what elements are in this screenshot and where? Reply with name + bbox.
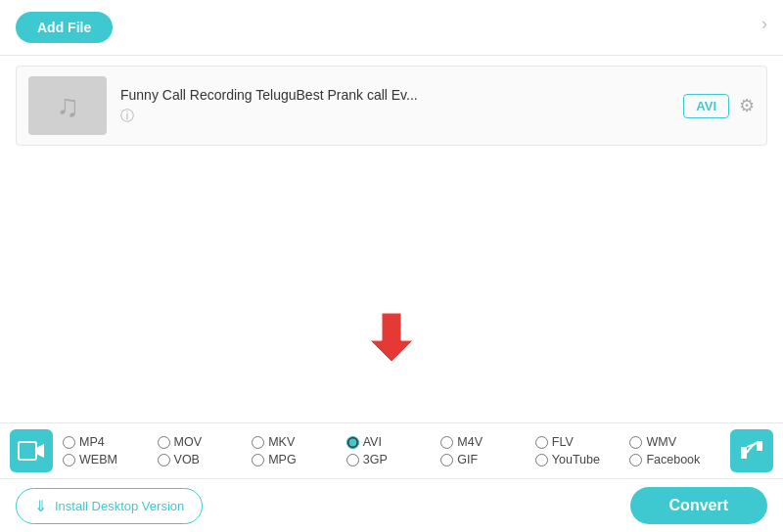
svg-marker-0 — [370, 313, 413, 362]
format-option-vob[interactable]: VOB — [158, 453, 253, 466]
format-option-facebook[interactable]: Facebook — [629, 453, 724, 466]
add-file-button[interactable]: Add File — [16, 12, 113, 43]
format-bar: MP4 MOV MKV AVI M4V FLV WMV WEBM — [0, 422, 783, 478]
format-option-mkv[interactable]: MKV — [252, 435, 346, 449]
install-desktop-button[interactable]: ⇓ Install Desktop Version — [16, 488, 203, 524]
file-thumbnail: ♫ — [28, 76, 107, 135]
music-icon: ♫ — [56, 88, 79, 124]
file-actions: AVI ⚙ — [683, 94, 755, 118]
gear-icon[interactable]: ⚙ — [739, 95, 755, 116]
format-option-mp4[interactable]: MP4 — [63, 435, 158, 449]
install-label: Install Desktop Version — [55, 499, 184, 513]
svg-rect-3 — [741, 447, 747, 459]
format-option-mpg[interactable]: MPG — [252, 453, 346, 466]
format-option-webm[interactable]: WEBM — [63, 453, 158, 466]
svg-rect-1 — [19, 442, 36, 460]
down-arrow-indicator — [370, 313, 413, 366]
info-icon[interactable]: ⓘ — [120, 108, 134, 123]
file-name: Funny Call Recording TeluguBest Prank ca… — [120, 87, 669, 103]
format-option-3gp[interactable]: 3GP — [346, 453, 441, 466]
download-icon: ⇓ — [34, 497, 47, 515]
format-option-mov[interactable]: MOV — [158, 435, 253, 449]
format-option-flv[interactable]: FLV — [535, 435, 630, 449]
format-option-gif[interactable]: GIF — [440, 453, 535, 466]
svg-rect-4 — [757, 441, 762, 451]
format-badge: AVI — [683, 94, 729, 118]
format-options: MP4 MOV MKV AVI M4V FLV WMV WEBM — [63, 435, 724, 466]
file-item: ♫ Funny Call Recording TeluguBest Prank … — [16, 66, 767, 146]
file-list: ♫ Funny Call Recording TeluguBest Prank … — [0, 56, 783, 155]
top-bar: Add File — [0, 0, 783, 56]
video-format-icon[interactable] — [10, 429, 53, 472]
bottom-bar: ⇓ Install Desktop Version Convert — [0, 478, 783, 532]
file-info: Funny Call Recording TeluguBest Prank ca… — [120, 87, 669, 125]
format-option-m4v[interactable]: M4V — [440, 435, 535, 449]
format-option-avi[interactable]: AVI — [346, 435, 441, 449]
audio-format-icon[interactable] — [730, 429, 773, 472]
svg-marker-2 — [36, 444, 44, 458]
convert-button[interactable]: Convert — [630, 487, 767, 524]
format-option-youtube[interactable]: YouTube — [535, 453, 630, 466]
window-close-icon[interactable]: › — [761, 14, 767, 34]
format-option-wmv[interactable]: WMV — [629, 435, 724, 449]
